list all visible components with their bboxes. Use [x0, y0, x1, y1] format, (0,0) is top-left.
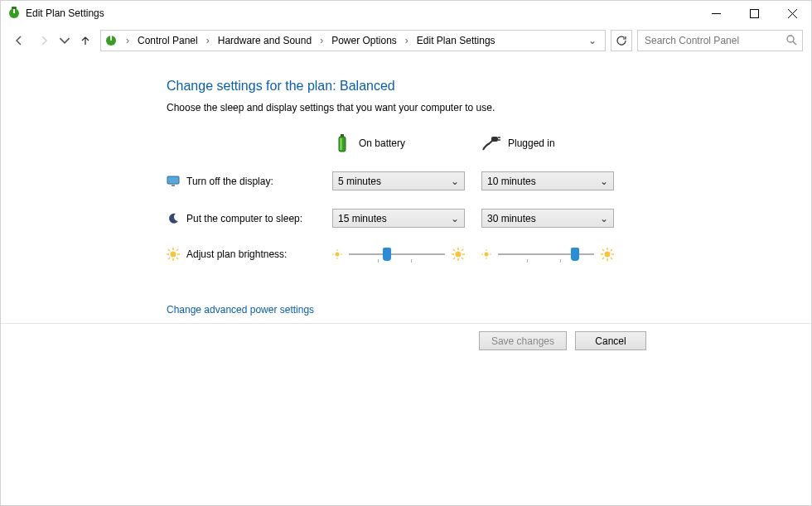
svg-rect-10	[341, 134, 344, 137]
search-box[interactable]	[637, 30, 803, 51]
svg-line-39	[453, 258, 455, 259]
svg-rect-11	[340, 138, 342, 150]
breadcrumb-power-options[interactable]: Power Options	[328, 33, 400, 48]
svg-point-31	[456, 252, 462, 258]
column-header-battery: On battery	[332, 133, 465, 153]
sleep-plugged-value: 30 minutes	[487, 213, 536, 224]
svg-point-7	[787, 36, 794, 42]
refresh-button[interactable]	[611, 30, 632, 51]
forward-button	[34, 31, 54, 51]
row-label-brightness: Adjust plan brightness:	[167, 248, 316, 261]
svg-rect-12	[491, 137, 498, 142]
main-content: Change settings for the plan: Balanced C…	[1, 55, 811, 316]
svg-point-26	[336, 253, 340, 257]
sleep-battery-value: 15 minutes	[338, 213, 387, 224]
footer-buttons: Save changes Cancel	[479, 331, 646, 350]
svg-line-52	[611, 249, 612, 251]
column-header-plugged: Plugged in	[481, 133, 614, 153]
chevron-down-icon: ⌄	[451, 213, 459, 224]
monitor-icon	[167, 175, 180, 188]
chevron-down-icon: ⌄	[451, 176, 459, 187]
brightness-battery-slider[interactable]	[349, 246, 445, 263]
sleep-battery-select[interactable]: 15 minutes ⌄	[332, 209, 465, 228]
moon-icon	[167, 212, 180, 225]
footer-separator	[1, 323, 811, 324]
breadcrumb-current: Edit Plan Settings	[413, 33, 499, 48]
svg-point-17	[171, 252, 176, 258]
sleep-plugged-select[interactable]: 30 minutes ⌄	[481, 209, 614, 228]
sun-dim-icon	[332, 249, 342, 259]
breadcrumb[interactable]: › Control Panel › Hardware and Sound › P…	[100, 30, 606, 51]
power-options-icon	[104, 34, 118, 47]
svg-line-53	[602, 258, 604, 259]
display-battery-select[interactable]: 5 minutes ⌄	[332, 171, 465, 190]
sun-icon	[167, 248, 180, 261]
svg-rect-4	[750, 9, 758, 17]
svg-line-37	[462, 258, 463, 259]
address-bar: › Control Panel › Hardware and Sound › P…	[1, 26, 811, 55]
power-options-icon	[7, 7, 21, 20]
brightness-plugged-slider[interactable]	[498, 246, 594, 263]
svg-line-50	[602, 249, 604, 251]
column-header-battery-label: On battery	[359, 137, 405, 149]
minimize-button[interactable]	[697, 1, 735, 26]
advanced-settings-link[interactable]: Change advanced power settings	[167, 304, 314, 316]
row-label-sleep: Put the computer to sleep:	[167, 212, 316, 225]
svg-line-25	[168, 258, 170, 259]
chevron-right-icon[interactable]: ›	[123, 35, 133, 46]
svg-line-36	[453, 249, 455, 251]
row-label-display-text: Turn off the display:	[186, 176, 273, 187]
back-button[interactable]	[9, 31, 29, 51]
display-battery-value: 5 minutes	[338, 176, 381, 187]
chevron-right-icon[interactable]: ›	[402, 35, 412, 46]
plug-icon	[481, 133, 501, 153]
battery-icon	[332, 133, 352, 153]
svg-line-24	[176, 249, 178, 251]
close-button[interactable]	[773, 1, 811, 26]
chevron-right-icon[interactable]: ›	[203, 35, 213, 46]
svg-line-38	[462, 249, 463, 251]
brightness-plugged-cell	[481, 246, 614, 263]
svg-rect-3	[712, 13, 721, 14]
breadcrumb-hardware-sound[interactable]: Hardware and Sound	[215, 33, 315, 48]
row-label-brightness-text: Adjust plan brightness:	[186, 248, 287, 260]
svg-rect-6	[110, 36, 112, 41]
row-label-sleep-text: Put the computer to sleep:	[186, 213, 302, 224]
search-icon[interactable]	[785, 34, 797, 48]
chevron-down-icon[interactable]: ⌄	[583, 35, 602, 46]
svg-rect-15	[167, 176, 179, 184]
svg-line-8	[793, 41, 796, 45]
brightness-battery-cell	[332, 246, 465, 263]
up-button[interactable]	[75, 31, 95, 51]
sun-bright-icon	[601, 248, 614, 261]
recent-locations-button[interactable]	[59, 31, 70, 51]
search-input[interactable]	[643, 34, 785, 47]
row-label-display: Turn off the display:	[167, 175, 316, 188]
maximize-button[interactable]	[735, 1, 773, 26]
sun-bright-icon	[452, 248, 465, 261]
window-title: Edit Plan Settings	[26, 7, 104, 19]
breadcrumb-root[interactable]: Control Panel	[134, 33, 201, 48]
titlebar: Edit Plan Settings	[1, 1, 811, 26]
column-header-plugged-label: Plugged in	[508, 137, 555, 149]
svg-line-22	[168, 249, 170, 251]
chevron-down-icon: ⌄	[600, 213, 608, 224]
page-heading: Change settings for the plan: Balanced	[167, 79, 811, 94]
svg-line-23	[176, 258, 178, 259]
svg-rect-16	[172, 185, 175, 186]
sun-dim-icon	[481, 249, 491, 259]
settings-grid: On battery Plugged in Turn off the displ…	[167, 133, 811, 263]
cancel-button[interactable]: Cancel	[575, 331, 646, 350]
save-changes-button: Save changes	[479, 331, 567, 350]
display-plugged-value: 10 minutes	[487, 176, 536, 187]
page-subheading: Choose the sleep and display settings th…	[167, 102, 811, 113]
svg-point-45	[605, 252, 611, 258]
svg-point-40	[485, 253, 489, 257]
chevron-right-icon[interactable]: ›	[317, 35, 326, 46]
chevron-down-icon: ⌄	[600, 176, 608, 187]
svg-line-51	[611, 258, 612, 259]
svg-rect-2	[12, 7, 17, 9]
display-plugged-select[interactable]: 10 minutes ⌄	[481, 171, 614, 190]
